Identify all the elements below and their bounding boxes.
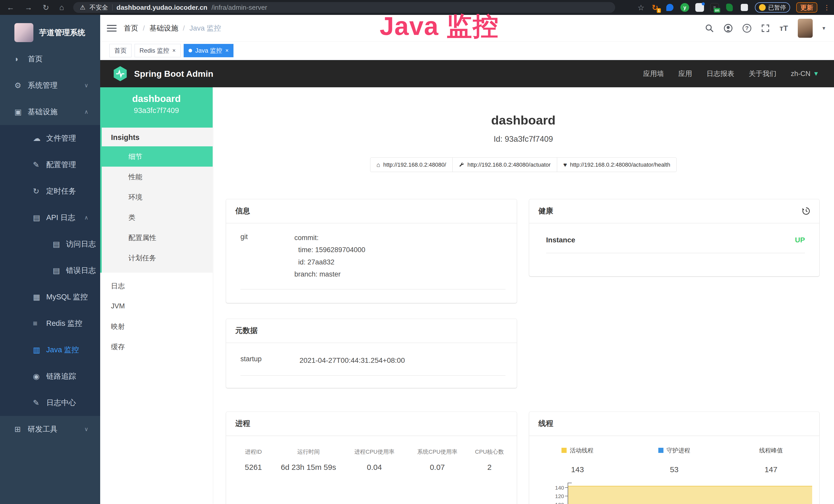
service-url-button[interactable]: ⌂ http://192.168.0.2:48080/ (370, 157, 453, 172)
extension-grid-icon[interactable] (695, 3, 704, 12)
sidebar-item-java-monitor[interactable]: ▥ Java 监控 (0, 337, 100, 363)
breadcrumb-home[interactable]: 首页 (124, 23, 138, 33)
sba-item-scheduled-tasks[interactable]: 计划任务 (102, 248, 213, 268)
tab-redis-monitor[interactable]: Redis 监控 × (135, 44, 180, 57)
process-col-header: CPU核心数 (469, 448, 510, 456)
sba-item-classes[interactable]: 类 (102, 207, 213, 228)
update-button[interactable]: 更新 (796, 2, 817, 13)
address-bar[interactable]: ⚠ 不安全 dashboard.yudao.iocoder.cn /infra/… (73, 2, 615, 13)
sidebar-toggle-icon[interactable] (107, 23, 117, 33)
legend-label: 活动线程 (570, 447, 594, 454)
y-tick (565, 496, 568, 496)
avatar[interactable] (798, 19, 813, 38)
forward-icon[interactable]: → (25, 3, 32, 12)
sba-language-select[interactable]: zh-CN ▼ (791, 70, 819, 78)
home-icon[interactable]: ⌂ (59, 3, 64, 12)
process-col-header: 进程ID (233, 448, 274, 456)
text-size-icon[interactable]: тT (780, 24, 788, 32)
app-logo-row[interactable]: 芋道管理系统 (0, 15, 100, 46)
browser-menu-icon[interactable]: ⋮ (824, 4, 830, 12)
sidebar-item-devtools[interactable]: ⊞ 研发工具 ∨ (0, 416, 100, 442)
actuator-url-button[interactable]: http://192.168.0.2:48080/actuator (452, 157, 557, 172)
sidebar-item-api-log[interactable]: ▤ API 日志 ∧ (0, 204, 100, 231)
sba-nav-about[interactable]: 关于我们 (749, 69, 776, 78)
sidebar-item-config-mgmt[interactable]: ✎ 配置管理 (0, 152, 100, 178)
avatar-caret-icon[interactable]: ▾ (822, 25, 825, 31)
emoji-face-icon (759, 4, 766, 11)
tags-view: 首页 Redis 监控 × Java 监控 × (100, 41, 834, 60)
paused-pill[interactable]: 已暂停 (755, 2, 790, 13)
tab-home[interactable]: 首页 (109, 44, 132, 57)
extension-on-badge: on (714, 8, 720, 13)
extension-puzzle-icon[interactable] (740, 3, 749, 12)
admin-menu: ◗ 首页 ⚙ 系统管理 ∨ ▣ 基础设施 ∧ ☁ 文件管理 ✎ 配置管理 ↻ 定… (0, 46, 100, 442)
sba-item-config-props[interactable]: 配置属性 (102, 228, 213, 248)
threads-value: 53 (670, 465, 678, 474)
threads-value: 147 (765, 465, 777, 474)
sba-brand-title[interactable]: Spring Boot Admin (134, 69, 213, 79)
sba-navbar: Spring Boot Admin 应用墙 应用 日志报表 关于我们 zh-CN… (100, 60, 834, 87)
github-icon[interactable] (724, 24, 733, 33)
sidebar-item-log-center[interactable]: ✎ 日志中心 (0, 389, 100, 416)
fullscreen-icon[interactable] (761, 24, 770, 32)
sidebar-item-file-mgmt[interactable]: ☁ 文件管理 (0, 125, 100, 152)
threads-card-header: 线程 (529, 412, 819, 436)
sba-item-details[interactable]: 细节 (102, 146, 213, 167)
gear-icon: ⚙ (14, 81, 28, 90)
chevron-up-icon: ∧ (84, 214, 88, 221)
process-col-header: 系统CPU使用率 (406, 448, 469, 456)
health-url-button[interactable]: ♥ http://192.168.0.2:48080/actuator/heal… (557, 157, 677, 172)
extension-y-icon[interactable]: y (680, 3, 689, 12)
sba-nav-applications[interactable]: 应用 (678, 69, 692, 78)
sidebar-item-access-log[interactable]: ▤ 访问日志 (0, 231, 100, 257)
close-icon[interactable]: × (172, 47, 176, 54)
chevron-down-icon: ∨ (84, 82, 88, 89)
security-label[interactable]: 不安全 (90, 3, 108, 12)
sidebar-item-redis-monitor[interactable]: ≡ Redis 监控 (0, 310, 100, 337)
sba-item-logs[interactable]: 日志 (100, 276, 213, 296)
sba-item-jvm[interactable]: JVM (100, 296, 213, 316)
health-instance-label: Instance (546, 236, 575, 244)
extension-refresh-icon[interactable]: ↻ 1 (651, 3, 659, 12)
threads-value: 143 (571, 465, 584, 474)
history-icon[interactable] (802, 207, 810, 215)
instance-id: 93a3fc7f7409 (100, 106, 213, 115)
spring-boot-admin-logo[interactable] (112, 66, 128, 82)
sidebar-item-system[interactable]: ⚙ 系统管理 ∨ (0, 72, 100, 98)
sidebar-item-home[interactable]: ◗ 首页 (0, 46, 100, 72)
legend-label: 守护进程 (666, 447, 690, 454)
sba-item-metrics[interactable]: 性能 (102, 167, 213, 187)
sidebar-item-infra[interactable]: ▣ 基础设施 ∧ (0, 98, 100, 125)
bookmark-star-icon[interactable]: ☆ (637, 3, 644, 12)
process-col-value: 0.04 (343, 463, 406, 472)
heartbeat-icon: ♥ (563, 161, 567, 168)
close-icon[interactable]: × (225, 47, 228, 54)
extension-plant-icon[interactable] (725, 3, 734, 12)
threads-card: 线程 活动线程 守护进程 线程峰值 (529, 412, 819, 504)
sba-item-mappings[interactable]: 映射 (100, 316, 213, 337)
sba-item-environment[interactable]: 环境 (102, 187, 213, 207)
sidebar-item-error-log[interactable]: ▤ 错误日志 (0, 257, 100, 284)
metadata-key: startup (240, 354, 300, 367)
sidebar-item-trace[interactable]: ◉ 链路追踪 (0, 363, 100, 389)
update-label: 更新 (800, 3, 813, 12)
reload-icon[interactable]: ↻ (43, 3, 49, 12)
sidebar-item-mysql-monitor[interactable]: ▦ MySQL 监控 (0, 284, 100, 310)
log-icon: ▤ (53, 239, 66, 249)
sba-nav-journal[interactable]: 日志报表 (707, 69, 734, 78)
help-icon[interactable]: ? (743, 24, 751, 32)
extension-list-icon[interactable]: ≡ on (710, 3, 719, 12)
sba-sidebar: dashboard 93a3fc7f7409 Insights 细节 性能 环境… (100, 87, 213, 504)
sba-nav-wallboard[interactable]: 应用墙 (643, 69, 664, 78)
health-status-badge: UP (795, 236, 805, 244)
active-dot-icon (189, 49, 192, 52)
search-icon[interactable] (705, 24, 714, 32)
sba-item-caches[interactable]: 缓存 (100, 337, 213, 357)
y-axis-cap (568, 483, 572, 483)
breadcrumb-infra[interactable]: 基础设施 (150, 23, 178, 33)
sidebar-item-scheduled-jobs[interactable]: ↻ 定时任务 (0, 178, 100, 204)
extension-pin-icon[interactable] (665, 3, 674, 12)
back-icon[interactable]: ← (7, 3, 14, 12)
tab-java-monitor[interactable]: Java 监控 × (184, 44, 234, 57)
legend-label: 线程峰值 (759, 447, 783, 454)
